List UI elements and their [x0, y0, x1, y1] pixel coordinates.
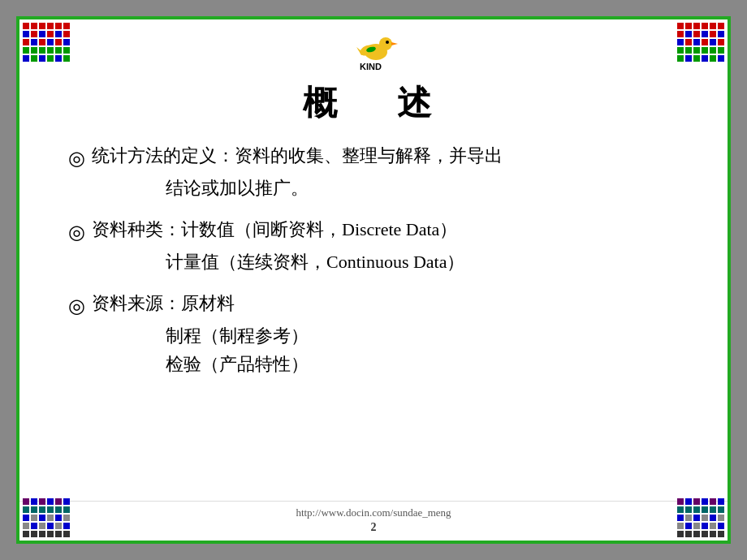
footer: http://www.docin.com/sundae_meng 2: [19, 501, 728, 541]
item-1-indent: 结论或加以推广。: [68, 174, 687, 201]
item-1-indent-text: 结论或加以推广。: [166, 174, 309, 201]
item-2-indent: 计量值（连续资料，Continuous Data）: [68, 248, 687, 275]
item-row-2: ◎ 资料种类：计数值（间断资料，Discrete Data）: [68, 216, 687, 247]
header: KIND 概 述: [19, 19, 728, 126]
corner-decoration-bottom-left: [23, 498, 70, 537]
item-row-1: ◎ 统计方法的定义：资料的收集、整理与解释，并导出: [68, 142, 687, 173]
item-3-indent-text-2: 检验（产品特性）: [166, 351, 309, 377]
item-3-indent-text-1: 制程（制程参考）: [166, 322, 309, 349]
item-row-3: ◎ 资料来源：原材料: [68, 290, 687, 321]
item-3-text: 资料来源：原材料: [92, 290, 235, 317]
item-2-indent-text: 计量值（连续资料，Continuous Data）: [166, 248, 465, 275]
svg-marker-3: [391, 42, 398, 45]
bullet-icon-1: ◎: [68, 144, 85, 173]
logo-icon: KIND: [345, 29, 402, 74]
list-item: ◎ 统计方法的定义：资料的收集、整理与解释，并导出 结论或加以推广。: [68, 142, 687, 201]
bullet-icon-3: ◎: [68, 291, 85, 321]
svg-text:KIND: KIND: [360, 62, 382, 71]
item-1-text: 统计方法的定义：资料的收集、整理与解释，并导出: [92, 142, 503, 169]
svg-point-4: [386, 41, 389, 44]
item-2-text: 资料种类：计数值（间断资料，Discrete Data）: [92, 216, 457, 243]
list-item: ◎ 资料种类：计数值（间断资料，Discrete Data） 计量值（连续资料，…: [68, 216, 687, 275]
item-3-indent-2: 检验（产品特性）: [68, 351, 687, 377]
bullet-icon-2: ◎: [68, 218, 85, 247]
page-number: 2: [19, 521, 728, 534]
svg-point-2: [379, 37, 392, 50]
footer-url: http://www.docin.com/sundae_meng: [19, 506, 728, 519]
corner-decoration-bottom-right: [677, 498, 724, 537]
list-item: ◎ 资料来源：原材料 制程（制程参考） 检验（产品特性）: [68, 290, 687, 377]
logo-area: KIND: [337, 29, 410, 74]
slide-content: ◎ 统计方法的定义：资料的收集、整理与解释，并导出 结论或加以推广。 ◎ 资料种…: [19, 126, 728, 501]
slide-title: 概 述: [303, 80, 444, 126]
item-3-indent-1: 制程（制程参考）: [68, 322, 687, 349]
slide: KIND 概 述 ◎ 统计方法的定义：资料的收集、整理与解释，并导出 结论或加以…: [16, 16, 731, 544]
